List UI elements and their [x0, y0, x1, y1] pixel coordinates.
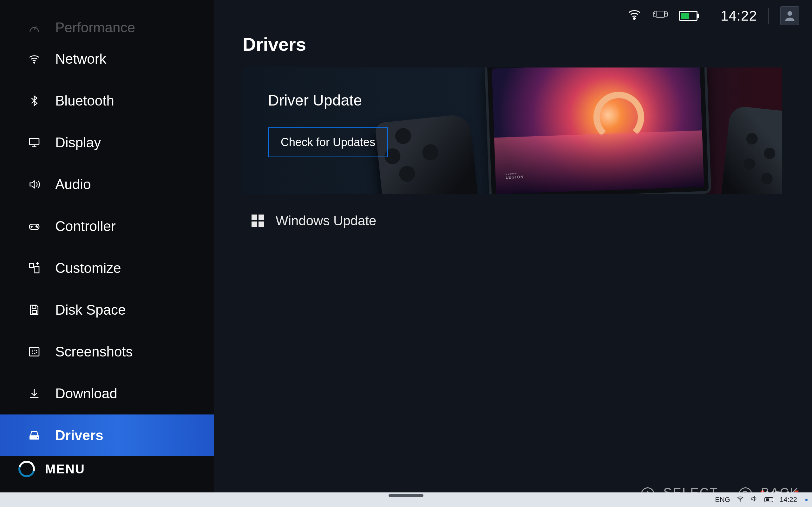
- sidebar-menu-button[interactable]: MENU: [0, 456, 214, 482]
- svg-rect-14: [653, 12, 656, 17]
- wifi-icon: [27, 52, 41, 66]
- tray-notification-dot[interactable]: [805, 499, 808, 501]
- sidebar-item-label: Screenshots: [55, 344, 214, 360]
- sidebar-item-drivers[interactable]: Drivers: [0, 414, 214, 456]
- app-root: Performance Network Bluetooth Display Au: [0, 0, 812, 507]
- sidebar-item-label: Customize: [55, 260, 214, 276]
- screenshot-icon: [27, 345, 41, 359]
- svg-rect-8: [32, 311, 36, 314]
- sidebar-item-download[interactable]: Download: [0, 373, 214, 414]
- driver-update-card: Driver Update Check for Updates Lenovo L…: [243, 67, 782, 194]
- sidebar-item-network[interactable]: Network: [0, 38, 214, 80]
- sidebar-item-diskspace[interactable]: Disk Space: [0, 289, 214, 331]
- sidebar-item-controller[interactable]: Controller: [0, 205, 214, 247]
- sidebar-item-audio[interactable]: Audio: [0, 164, 214, 205]
- divider: [709, 8, 709, 24]
- sidebar-item-label: Bluetooth: [55, 93, 214, 109]
- sidebar-item-bluetooth[interactable]: Bluetooth: [0, 80, 214, 122]
- settings-sidebar: Performance Network Bluetooth Display Au: [0, 0, 214, 507]
- speaker-icon: [27, 177, 41, 191]
- sidebar-item-display[interactable]: Display: [0, 122, 214, 164]
- svg-point-4: [37, 227, 38, 228]
- svg-point-3: [36, 226, 37, 227]
- sidebar-item-label: Disk Space: [55, 302, 214, 318]
- tray-time[interactable]: 14:22: [780, 496, 797, 504]
- device-art-controller-left: [374, 113, 478, 194]
- page-title: Drivers: [243, 34, 798, 55]
- sidebar-item-label: Display: [55, 135, 214, 151]
- divider: [768, 8, 769, 24]
- handheld-icon: [653, 7, 668, 25]
- svg-rect-15: [664, 12, 667, 17]
- svg-point-18: [665, 13, 666, 13]
- customize-icon: [27, 261, 41, 275]
- svg-point-13: [633, 18, 635, 19]
- menu-label: MENU: [45, 462, 85, 476]
- svg-point-17: [654, 13, 655, 13]
- drive-icon: [27, 429, 41, 442]
- sidebar-item-screenshots[interactable]: Screenshots: [0, 331, 214, 373]
- svg-rect-1: [30, 138, 39, 145]
- main-panel: 14:22 Drivers Driver Update Check for Up…: [214, 0, 812, 507]
- sidebar-item-label: Performance: [55, 20, 214, 36]
- windows-update-label: Windows Update: [275, 213, 376, 228]
- taskbar-grab-handle: [389, 494, 423, 497]
- check-for-updates-button[interactable]: Check for Updates: [268, 127, 388, 157]
- system-tray[interactable]: ENG 14:22: [715, 493, 808, 507]
- wifi-status-icon: [627, 7, 642, 25]
- svg-point-20: [740, 501, 741, 501]
- sidebar-item-label: Controller: [55, 218, 214, 234]
- windows-taskbar[interactable]: ENG 14:22: [0, 493, 812, 507]
- svg-rect-10: [32, 350, 36, 353]
- sidebar-item-performance[interactable]: Performance: [0, 19, 214, 38]
- download-icon: [27, 387, 41, 400]
- performance-icon: [27, 21, 41, 36]
- sidebar-item-label: Audio: [55, 176, 214, 192]
- status-bar: 14:22: [627, 6, 799, 25]
- sidebar-item-label: Drivers: [55, 428, 214, 443]
- sidebar-item-label: Download: [55, 386, 214, 401]
- tray-battery-icon[interactable]: [764, 497, 773, 502]
- driver-update-title: Driver Update: [268, 92, 388, 109]
- device-art-tablet: Lenovo LEGION: [485, 67, 711, 194]
- svg-rect-6: [35, 267, 39, 273]
- windows-update-row[interactable]: Windows Update: [243, 207, 782, 244]
- monitor-icon: [27, 135, 41, 150]
- device-brand: LEGION: [506, 175, 524, 180]
- svg-rect-7: [32, 306, 36, 308]
- sidebar-item-label: Network: [55, 51, 214, 67]
- tray-language[interactable]: ENG: [715, 496, 730, 504]
- status-time: 14:22: [721, 8, 757, 24]
- disk-icon: [27, 303, 41, 317]
- svg-point-0: [34, 62, 35, 63]
- sidebar-item-customize[interactable]: Customize: [0, 247, 214, 289]
- windows-icon: [252, 215, 264, 227]
- svg-rect-9: [30, 348, 39, 356]
- battery-status-icon: [679, 11, 698, 21]
- controller-icon: [27, 219, 41, 233]
- device-art-controller-right: [719, 105, 782, 194]
- profile-avatar[interactable]: [780, 6, 799, 25]
- tray-wifi-icon[interactable]: [737, 495, 744, 504]
- bluetooth-icon: [27, 94, 41, 108]
- svg-rect-16: [656, 11, 665, 17]
- svg-rect-5: [30, 263, 34, 268]
- svg-point-19: [788, 11, 792, 16]
- tray-volume-icon[interactable]: [751, 495, 758, 504]
- svg-point-12: [37, 437, 38, 438]
- legion-logo-icon: [15, 458, 38, 480]
